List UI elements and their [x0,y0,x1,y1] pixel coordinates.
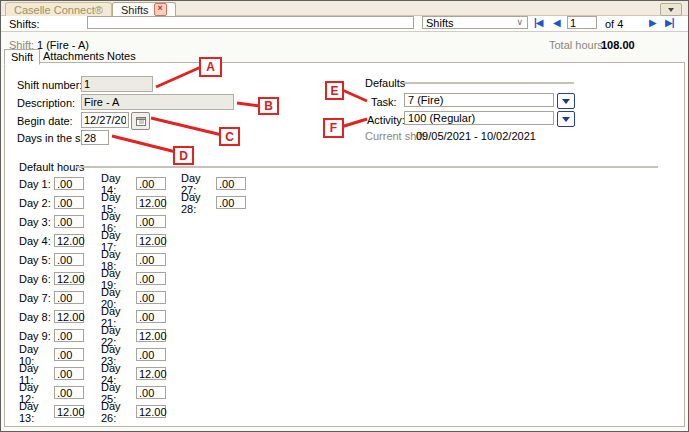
day-hours-input[interactable]: 12.00 [54,272,84,285]
days-in-shift-input[interactable] [81,130,109,145]
current-shift-value: 09/05/2021 - 10/02/2021 [416,130,536,142]
calendar-picker-button[interactable] [131,112,150,130]
chevron-down-icon: ∨ [516,18,523,27]
day-label: Day 13: [19,400,54,424]
day-row: Day 23:.00 [101,348,166,361]
task-value: 7 (Fire) [408,94,443,106]
subtab-attachments-label: Attachments [43,50,104,62]
day-label: Day 9: [19,330,54,342]
toolbar: Shifts: Shifts ∨ |◀ ◀ of 4 ▶ ▶| [1,16,688,32]
day-hours-input[interactable]: .00 [136,253,166,266]
subtab-shift[interactable]: Shift [4,49,40,65]
first-record-button[interactable]: |◀ [534,18,543,28]
view-selector-combobox[interactable]: Shifts ∨ [422,16,528,29]
day-hours-input[interactable]: 12.00 [136,234,166,247]
day-hours-input[interactable]: .00 [54,177,84,190]
day-hours-input[interactable]: .00 [54,215,84,228]
day-hours-input[interactable]: .00 [136,310,166,323]
day-row: Day 24:12.00 [101,367,166,380]
defaults-group-label: Defaults [365,77,405,89]
day-hours-input[interactable]: .00 [54,348,84,361]
day-hours-input[interactable]: .00 [54,367,84,380]
day-row: Day 10:.00 [19,348,84,361]
task-combobox[interactable]: 7 (Fire) [404,93,554,107]
search-input[interactable] [87,16,414,29]
day-hours-input[interactable]: .00 [54,253,84,266]
default-hours-group-line [76,166,658,168]
view-selector-value: Shifts [426,17,454,29]
day-row: Day 4:12.00 [19,234,84,247]
subtab-notes-label: Notes [107,50,136,62]
tab-shifts-label: Shifts [121,4,149,16]
callout-b: B [258,97,279,115]
day-hours-input[interactable]: 12.00 [54,234,84,247]
day-label: Day 8: [19,311,54,323]
next-record-button[interactable]: ▶ [649,18,656,28]
activity-dropdown-button[interactable] [557,111,575,127]
day-row: Day 20:.00 [101,291,166,304]
shift-number-input[interactable] [81,76,153,92]
day-hours-input[interactable]: .00 [54,196,84,209]
day-hours-input[interactable]: .00 [136,291,166,304]
tab-shifts[interactable]: Shifts × [112,2,176,16]
day-hours-input[interactable]: 12.00 [54,405,84,418]
day-hours-input[interactable]: 12.00 [136,329,166,342]
day-hours-input[interactable]: .00 [216,196,246,209]
activity-combobox[interactable]: 100 (Regular) [404,111,554,125]
day-row: Day 14:.00 [101,177,166,190]
record-count-label: of 4 [605,18,623,30]
day-row: Day 5:.00 [19,253,84,266]
day-hours-input[interactable]: .00 [54,329,84,342]
day-hours-input[interactable]: 12.00 [54,310,84,323]
day-row: Day 9:.00 [19,329,84,342]
task-dropdown-button[interactable] [557,93,575,109]
tab-caselle-connect[interactable]: Caselle Connect® [5,2,112,16]
day-hours-input[interactable]: .00 [136,215,166,228]
day-hours-input[interactable]: .00 [136,177,166,190]
day-label: Day 3: [19,216,54,228]
day-row: Day 2:.00 [19,196,84,209]
day-hours-input[interactable]: .00 [136,348,166,361]
day-row: Day 12:.00 [19,386,84,399]
day-hours-input[interactable]: 12.00 [136,196,166,209]
day-hours-input[interactable]: .00 [54,386,84,399]
shift-number-label: Shift number: [17,79,82,91]
day-hours-input[interactable]: 12.00 [136,405,166,418]
day-label: Day 28: [181,191,216,215]
day-column-1: Day 1:.00Day 2:.00Day 3:.00Day 4:12.00Da… [19,177,84,424]
day-row: Day 25:.00 [101,386,166,399]
tab-list-dropdown-button[interactable] [660,3,682,16]
begin-date-label: Begin date: [17,115,73,127]
search-label: Shifts: [9,18,40,30]
last-record-button[interactable]: ▶| [665,18,674,28]
description-input[interactable] [81,94,234,110]
day-row: Day 22:12.00 [101,329,166,342]
total-hours-value: 108.00 [601,39,635,51]
day-row: Day 7:.00 [19,291,84,304]
day-hours-input[interactable]: .00 [216,177,246,190]
day-hours-input[interactable]: .00 [136,386,166,399]
day-hours-input[interactable]: 12.00 [136,367,166,380]
day-label: Day 1: [19,178,54,190]
app-window: Caselle Connect® Shifts × Shifts: Shifts… [0,0,689,432]
task-label: Task: [371,96,397,108]
day-hours-input[interactable]: .00 [136,272,166,285]
day-row: Day 6:12.00 [19,272,84,285]
tab-caselle-connect-label: Caselle Connect® [14,4,103,16]
day-row: Day 26:12.00 [101,405,166,418]
previous-record-button[interactable]: ◀ [553,18,560,28]
day-label: Day 26: [101,400,136,424]
begin-date-input[interactable] [81,112,129,128]
description-label: Description: [17,97,75,109]
day-row: Day 27:.00 [181,177,246,190]
default-hours-group-label: Default hours [19,161,84,173]
day-row: Day 3:.00 [19,215,84,228]
callout-d: D [173,146,194,165]
subtab-attachments[interactable]: Attachments [37,49,110,63]
day-label: Day 5: [19,254,54,266]
close-tab-icon[interactable]: × [154,3,167,16]
callout-e: E [325,81,344,100]
record-number-input[interactable] [567,16,597,29]
day-hours-input[interactable]: .00 [54,291,84,304]
subtab-notes[interactable]: Notes [101,49,142,63]
